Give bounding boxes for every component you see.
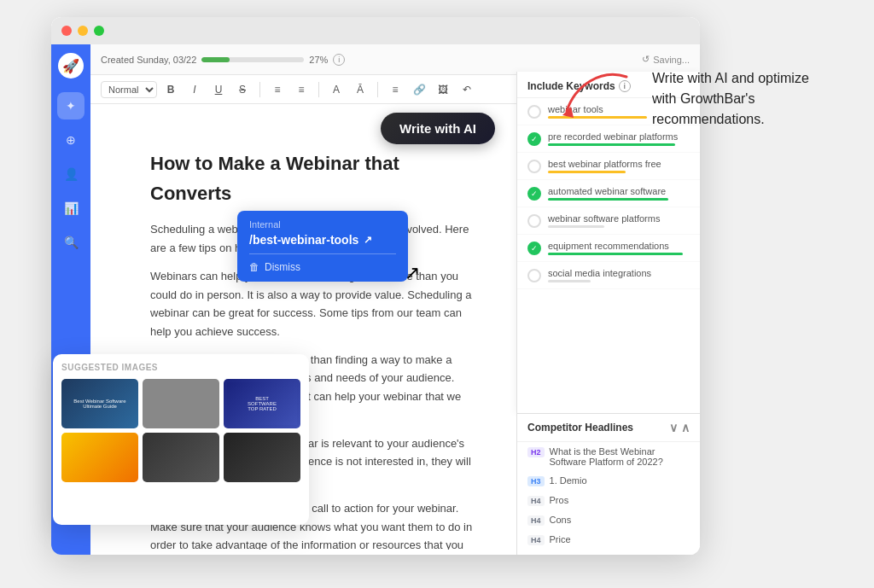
sidebar-icon-settings[interactable]: ⊕ <box>57 126 84 154</box>
font-color-button[interactable]: A <box>326 79 347 100</box>
trash-icon: 🗑 <box>249 261 259 273</box>
kw-bar-7 <box>548 280 591 282</box>
keyword-item-4[interactable]: ✓ automated webinar software <box>517 180 700 207</box>
kw-check-1[interactable] <box>527 105 541 119</box>
toolbar-right: ↺ Saving... <box>642 54 690 65</box>
maximize-dot[interactable] <box>94 26 104 36</box>
browser-titlebar <box>51 17 700 44</box>
format-divider-3 <box>377 82 378 97</box>
kw-bar-wrap-5: webinar software platforms <box>548 213 690 228</box>
sidebar-icon-edit[interactable]: ✦ <box>57 92 84 119</box>
kw-text-3: best webinar platforms free <box>548 159 690 169</box>
comp-item-h3-2: H3 2. Webinarjam <box>517 550 700 555</box>
style-select[interactable]: Normal H1 H2 <box>101 81 157 98</box>
kw-bar-wrap-3: best webinar platforms free <box>548 159 690 173</box>
comp-badge-h4-pros-1: H4 <box>527 496 545 506</box>
comp-badge-h3-1: H3 <box>527 476 545 486</box>
format-divider-2 <box>318 82 319 97</box>
dismiss-button[interactable]: 🗑 Dismiss <box>249 261 396 273</box>
image-thumb-4[interactable] <box>61 433 138 482</box>
italic-button[interactable]: I <box>184 79 205 100</box>
annotation: Write with AI and optimize with GrowthBa… <box>652 68 823 130</box>
kw-check-3[interactable] <box>527 160 541 173</box>
annotation-content: Write with AI and optimize with GrowthBa… <box>652 71 809 126</box>
kw-check-7[interactable] <box>527 269 541 282</box>
comp-badge-h4-price-1: H4 <box>527 535 545 545</box>
kw-bar-3 <box>548 171 626 173</box>
image-thumb-1[interactable]: Best Webinar Software Ultimate Guide <box>61 379 138 428</box>
sidebar-logo[interactable]: 🚀 <box>58 53 84 79</box>
write-ai-button[interactable]: Write with AI <box>381 113 495 144</box>
comp-item-h4-cons-1: H4 Cons <box>517 510 700 530</box>
external-link-icon: ↗ <box>364 234 372 246</box>
bold-button[interactable]: B <box>160 79 181 100</box>
ul-button[interactable]: ≡ <box>267 79 288 100</box>
ol-button[interactable]: ≡ <box>291 79 312 100</box>
saving-label: Saving... <box>653 55 690 65</box>
image-button[interactable]: 🖼 <box>433 79 453 100</box>
undo-button[interactable]: ↶ <box>457 79 477 100</box>
keyword-item-5[interactable]: webinar software platforms <box>517 207 700 235</box>
sidebar-icon-search[interactable]: 🔍 <box>57 229 84 256</box>
kw-bar-5 <box>548 225 604 228</box>
comp-text-h3-1: 1. Demio <box>550 475 587 486</box>
align-button[interactable]: ≡ <box>385 79 405 100</box>
toolbar-left: Created Sunday, 03/22 27% i <box>101 54 635 66</box>
competitor-title: Competitor Headlines <box>527 422 633 434</box>
keyword-item-7[interactable]: social media integrations <box>517 262 700 289</box>
saving-icon: ↺ <box>642 54 650 65</box>
progress-info-icon[interactable]: i <box>333 54 345 66</box>
internal-link[interactable]: /best-webinar-tools ↗ <box>249 233 396 247</box>
suggested-images-panel: SUGGESTED IMAGES Best Webinar Software U… <box>53 354 309 525</box>
strikethrough-button[interactable]: S <box>232 79 253 100</box>
editor-title: How to Make a Webinar that Converts <box>150 148 476 208</box>
comp-item-h4-pros-1: H4 Pros <box>517 491 700 510</box>
kw-bar-wrap-4: automated webinar software <box>548 186 690 201</box>
comp-badge-h2: H2 <box>527 447 545 457</box>
kw-check-5[interactable] <box>527 214 541 228</box>
images-grid: Best Webinar Software Ultimate Guide BES… <box>61 379 300 482</box>
kw-check-2[interactable]: ✓ <box>527 132 541 146</box>
minimize-dot[interactable] <box>78 26 88 36</box>
suggested-images-title: SUGGESTED IMAGES <box>61 363 300 372</box>
close-dot[interactable] <box>61 26 72 36</box>
saving-indicator: ↺ Saving... <box>642 54 690 65</box>
keyword-item-6[interactable]: ✓ equipment recommendations <box>517 235 700 262</box>
competitor-panel: Competitor Headlines ∨ ∧ H2 What is the … <box>516 413 700 555</box>
kw-bar-wrap-2: pre recorded webinar platforms <box>548 131 690 146</box>
comp-text-h4-cons-1: Cons <box>550 515 572 525</box>
competitor-collapse-btn[interactable]: ∨ <box>669 421 678 434</box>
comp-text-h2: What is the Best Webinar Software Platfo… <box>550 446 690 467</box>
sidebar-icon-analytics[interactable]: 📊 <box>57 195 84 222</box>
internal-label: Internal <box>249 219 396 230</box>
keyword-item-3[interactable]: best webinar platforms free <box>517 153 700 180</box>
image-thumb-6[interactable] <box>224 433 300 482</box>
comp-text-h3-2: 2. Webinarjam <box>550 554 610 555</box>
annotation-text: Write with AI and optimize with GrowthBa… <box>652 68 823 130</box>
image-thumb-5[interactable] <box>143 433 219 482</box>
kw-text-4: automated webinar software <box>548 186 690 196</box>
kw-text-5: webinar software platforms <box>548 213 690 224</box>
kw-check-4[interactable]: ✓ <box>527 187 541 201</box>
competitor-controls: ∨ ∧ <box>669 421 690 434</box>
created-label: Created Sunday, 03/22 <box>101 55 196 65</box>
link-button[interactable]: 🔗 <box>409 79 429 100</box>
image-thumb-3[interactable]: BESTSOFTWARETOP RATED <box>224 379 300 428</box>
kw-check-6[interactable]: ✓ <box>527 242 541 255</box>
comp-text-h4-pros-1: Pros <box>550 495 569 505</box>
underline-button[interactable]: U <box>208 79 229 100</box>
kw-bar-6 <box>548 253 683 255</box>
image-thumb-2[interactable] <box>143 379 219 428</box>
sidebar-icon-user[interactable]: 👤 <box>57 160 84 188</box>
comp-badge-h4-cons-1: H4 <box>527 515 545 526</box>
comp-item-h3-1: H3 1. Demio <box>517 471 700 491</box>
internal-link-text: /best-webinar-tools <box>249 233 358 247</box>
competitor-header: Competitor Headlines ∨ ∧ <box>517 414 700 442</box>
highlight-button[interactable]: Ā <box>350 79 370 100</box>
competitor-expand-btn[interactable]: ∧ <box>681 421 690 434</box>
internal-link-popup: Internal /best-webinar-tools ↗ 🗑 Dismiss <box>237 211 408 282</box>
progress-percent: 27% <box>309 55 328 65</box>
kw-bar-wrap-7: social media integrations <box>548 268 690 282</box>
mouse-cursor: ↗ <box>405 262 420 284</box>
progress-bar-wrap <box>201 57 304 62</box>
